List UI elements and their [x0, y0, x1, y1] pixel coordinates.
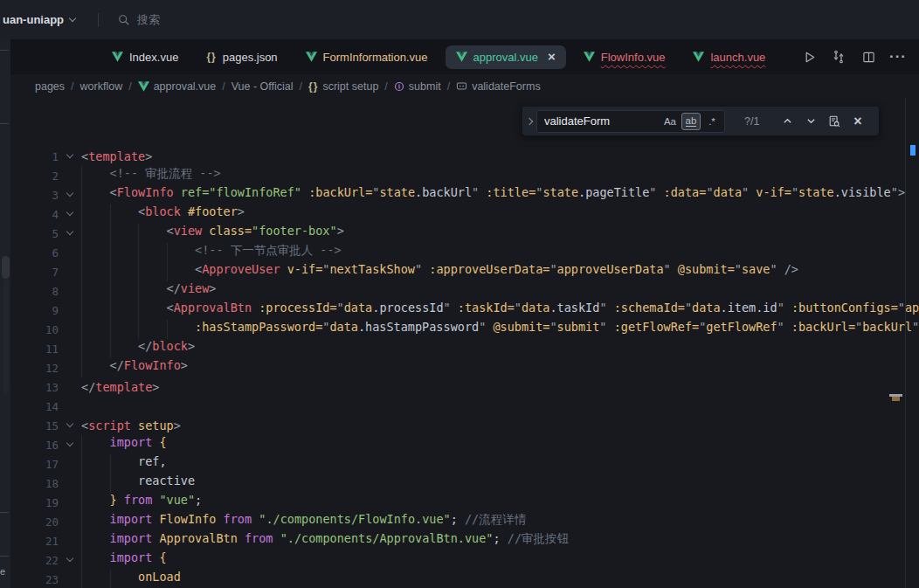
code-line[interactable]: 21import ApprovalBtn from "./components/…	[10, 531, 919, 550]
code-line[interactable]: 4<block #footer>	[10, 204, 919, 224]
code-text[interactable]: } from "vue";	[81, 493, 202, 512]
line-number[interactable]: 1	[10, 150, 59, 163]
code-text[interactable]: <FlowInfo ref="flowInfoRef" :backUrl="st…	[81, 185, 905, 204]
fold-chevron-icon[interactable]	[59, 232, 81, 234]
code-text[interactable]: <ApproveUser v-if="nextTaskShow" :approv…	[81, 262, 798, 281]
code-line[interactable]: 13</template>	[10, 377, 919, 397]
project-menu[interactable]: uan-uniapp	[3, 13, 75, 26]
breadcrumb-item-script-setup[interactable]: {}script setup	[308, 80, 378, 93]
find-previous-button[interactable]	[777, 111, 798, 132]
code-text[interactable]: <ApprovalBtn :processId="data.processId"…	[81, 301, 919, 320]
code-text[interactable]: <view class="footer-box">	[81, 224, 344, 243]
code-text[interactable]: <!-- 审批流程 -->	[81, 166, 221, 185]
code-text[interactable]: </FlowInfo>	[81, 358, 188, 377]
find-close-button[interactable]: ×	[847, 111, 868, 132]
breadcrumb-item-pages[interactable]: pages	[35, 80, 65, 93]
code-line[interactable]: 23onLoad	[10, 570, 919, 588]
find-next-button[interactable]	[800, 111, 821, 132]
tab-pages-json[interactable]: {}pages.json	[196, 45, 287, 69]
fold-chevron-icon[interactable]	[59, 425, 81, 426]
code-line[interactable]: 11</block>	[10, 339, 919, 358]
code-line[interactable]: 5<view class="footer-box">	[10, 224, 919, 243]
code-line[interactable]: 20import FlowInfo from "./components/Flo…	[10, 512, 919, 531]
code-line[interactable]: 6<!-- 下一节点审批人 -->	[10, 243, 919, 262]
line-number[interactable]: 22	[10, 554, 59, 567]
code-line[interactable]: 19} from "vue";	[10, 493, 919, 512]
code-text[interactable]: import FlowInfo from "./components/FlowI…	[81, 512, 526, 531]
split-editor-button[interactable]	[858, 46, 879, 67]
code-text[interactable]: import {	[81, 435, 167, 454]
line-number[interactable]: 19	[10, 496, 59, 509]
code-line[interactable]: 17ref,	[10, 454, 919, 474]
line-number[interactable]: 6	[10, 246, 59, 259]
regex-toggle[interactable]: .*	[702, 113, 722, 130]
fold-chevron-icon[interactable]	[59, 559, 81, 561]
code-line[interactable]: 3<FlowInfo ref="flowInfoRef" :backUrl="s…	[10, 185, 919, 204]
code-line[interactable]: 14	[10, 397, 919, 416]
code-text[interactable]: <template>	[81, 149, 152, 163]
line-number[interactable]: 23	[10, 573, 59, 586]
breadcrumb-item-vue-official[interactable]: Vue - Official	[231, 80, 294, 93]
line-number[interactable]: 5	[10, 227, 59, 240]
breadcrumb-item-approval-vue[interactable]: approval.vue	[138, 80, 217, 93]
code-line[interactable]: 9<ApprovalBtn :processId="data.processId…	[10, 301, 919, 320]
breadcrumb-item-workflow[interactable]: workflow	[80, 80, 123, 93]
code-line[interactable]: 10:hasStampPassword="data.hasStampPasswo…	[10, 320, 919, 339]
breadcrumb-item-validateforms[interactable]: validateForms	[456, 80, 541, 93]
line-number[interactable]: 11	[10, 342, 59, 356]
code-line[interactable]: 22import {	[10, 550, 919, 570]
tab-launch-vue[interactable]: launch.vue	[682, 45, 776, 69]
code-text[interactable]: reactive	[81, 474, 195, 493]
tab-forminformation-vue[interactable]: FormInformation.vue	[295, 45, 439, 69]
whole-word-toggle[interactable]: ab	[681, 113, 701, 130]
code-line[interactable]: 16import {	[10, 435, 919, 454]
line-number[interactable]: 21	[10, 535, 59, 548]
code-text[interactable]: import ApprovalBtn from "./components/Ap…	[81, 531, 569, 550]
code-text[interactable]: import {	[81, 550, 167, 570]
find-input[interactable]	[544, 114, 659, 128]
fold-chevron-icon[interactable]	[59, 213, 81, 215]
code-line[interactable]: 1<template>	[10, 147, 919, 166]
code-line[interactable]: 2<!-- 审批流程 -->	[10, 166, 919, 185]
line-number[interactable]: 17	[10, 458, 59, 471]
line-number[interactable]: 16	[10, 439, 59, 452]
tab-index-vue[interactable]: Index.vue	[101, 45, 189, 69]
compare-changes-button[interactable]	[828, 46, 849, 67]
line-number[interactable]: 15	[10, 419, 59, 432]
code-text[interactable]: onLoad	[81, 570, 181, 588]
line-number[interactable]: 9	[10, 304, 59, 317]
tab-approval-vue[interactable]: approval.vue×	[446, 45, 566, 69]
find-in-selection-button[interactable]	[824, 111, 845, 132]
global-search[interactable]: 搜索	[118, 12, 160, 28]
code-line[interactable]: 7<ApproveUser v-if="nextTaskShow" :appro…	[10, 262, 919, 281]
tab-flowinfo-vue[interactable]: FlowInfo.vue	[573, 45, 676, 69]
code-text[interactable]: :hasStampPassword="data.hasStampPassword…	[81, 320, 919, 339]
close-tab-icon[interactable]: ×	[548, 52, 556, 61]
code-text[interactable]: ref,	[81, 454, 167, 474]
toggle-replace-button[interactable]	[522, 119, 536, 124]
code-line[interactable]: 15<script setup>	[10, 416, 919, 435]
sliver-scroll-handle[interactable]	[2, 256, 10, 279]
line-number[interactable]: 20	[10, 515, 59, 529]
code-text[interactable]: <script setup>	[81, 419, 181, 432]
line-number[interactable]: 14	[10, 400, 59, 413]
line-number[interactable]: 2	[10, 169, 59, 183]
line-number[interactable]: 8	[10, 285, 59, 298]
line-number[interactable]: 4	[10, 208, 59, 221]
more-actions-button[interactable]: ···	[888, 46, 909, 67]
line-number[interactable]: 13	[10, 381, 59, 394]
breadcrumb-item-submit[interactable]: submit	[394, 80, 441, 93]
line-number[interactable]: 3	[10, 189, 59, 202]
fold-chevron-icon[interactable]	[59, 444, 81, 446]
code-text[interactable]: <!-- 下一节点审批人 -->	[81, 243, 342, 262]
line-number[interactable]: 10	[10, 323, 59, 336]
match-case-toggle[interactable]: Aa	[660, 113, 680, 130]
code-text[interactable]: </view>	[81, 281, 216, 301]
line-number[interactable]: 7	[10, 266, 59, 279]
line-number[interactable]: 18	[10, 477, 59, 490]
fold-chevron-icon[interactable]	[59, 156, 81, 157]
code-editor[interactable]: 1<template>2<!-- 审批流程 -->3<FlowInfo ref=…	[10, 98, 919, 588]
code-line[interactable]: 12</FlowInfo>	[10, 358, 919, 377]
code-text[interactable]: </block>	[81, 339, 195, 358]
run-button[interactable]	[798, 46, 819, 67]
